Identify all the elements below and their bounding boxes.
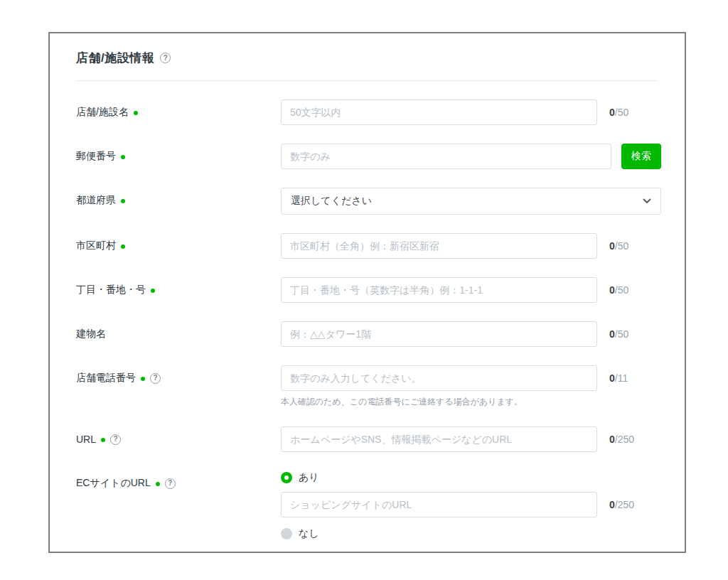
- counter-max: /11: [615, 372, 628, 384]
- label-text: 店舗/施設名: [76, 106, 129, 119]
- field-row-postal-code: 郵便番号 検索: [76, 144, 658, 169]
- required-dot: [151, 289, 155, 293]
- required-dot: [141, 377, 145, 381]
- ec-url-radio-yes[interactable]: あり: [281, 471, 661, 485]
- counter-max: /50: [615, 107, 628, 118]
- label-text: 建物名: [76, 328, 106, 340]
- counter-current: 0: [609, 499, 615, 510]
- char-counter: 0/50: [609, 240, 628, 252]
- field-row-building: 建物名 0/50: [76, 321, 658, 347]
- city-input[interactable]: [281, 233, 597, 259]
- label-text: 郵便番号: [76, 150, 116, 163]
- radio-label-no[interactable]: なし: [299, 527, 319, 540]
- radio-unselected-icon[interactable]: [281, 528, 292, 539]
- counter-current: 0: [609, 284, 615, 296]
- counter-max: /50: [615, 284, 628, 296]
- field-row-prefecture: 都道府県 選択してください: [76, 188, 658, 215]
- counter-max: /50: [615, 328, 628, 340]
- required-dot: [121, 155, 125, 159]
- counter-current: 0: [609, 240, 615, 252]
- store-name-input[interactable]: [281, 100, 597, 125]
- field-row-street: 丁目・番地・号 0/50: [76, 277, 658, 303]
- street-input[interactable]: [281, 277, 597, 303]
- char-counter: 0/50: [609, 107, 628, 118]
- radio-selected-icon[interactable]: [281, 472, 292, 483]
- label-text: 店舗電話番号: [76, 372, 136, 385]
- store-info-panel: 店舗/施設情報 ? 店舗/施設名 0/50 郵便番号 検索: [48, 32, 686, 553]
- label-text: 市区町村: [76, 240, 116, 252]
- radio-label-yes[interactable]: あり: [299, 471, 319, 484]
- prefecture-selected-value: 選択してください: [291, 195, 372, 208]
- url-input[interactable]: [281, 426, 597, 452]
- help-icon[interactable]: ?: [165, 478, 176, 489]
- required-dot: [121, 245, 125, 249]
- ec-url-input[interactable]: [281, 492, 597, 517]
- counter-current: 0: [609, 328, 615, 340]
- counter-max: /250: [615, 499, 634, 510]
- required-dot: [121, 199, 125, 203]
- postal-code-input[interactable]: [281, 144, 611, 169]
- field-label-store-name: 店舗/施設名: [76, 100, 281, 125]
- phone-input[interactable]: [281, 365, 597, 391]
- field-label-url: URL ?: [76, 426, 281, 452]
- label-text: 都道府県: [76, 194, 116, 207]
- field-label-postal-code: 郵便番号: [76, 144, 281, 169]
- field-row-url: URL ? 0/250: [76, 426, 658, 452]
- field-label-city: 市区町村: [76, 233, 281, 259]
- building-input[interactable]: [281, 321, 597, 347]
- label-text: ECサイトのURL: [76, 477, 151, 490]
- field-label-building: 建物名: [76, 321, 281, 347]
- panel-header: 店舗/施設情報 ?: [76, 50, 658, 81]
- prefecture-select[interactable]: 選択してください: [281, 188, 661, 215]
- char-counter: 0/250: [609, 434, 634, 445]
- field-row-city: 市区町村 0/50: [76, 233, 658, 259]
- required-dot: [134, 111, 138, 115]
- counter-current: 0: [609, 372, 615, 384]
- required-dot: [156, 482, 160, 486]
- char-counter: 0/250: [609, 499, 634, 510]
- field-row-store-name: 店舗/施設名 0/50: [76, 100, 658, 125]
- postal-search-button[interactable]: 検索: [621, 144, 661, 169]
- chevron-down-icon: [643, 198, 651, 204]
- char-counter: 0/50: [609, 328, 628, 340]
- page-title: 店舗/施設情報: [76, 50, 154, 66]
- field-row-phone: 店舗電話番号 ? 0/11 本人確認のため、この電話番号にご連絡する場合がありま…: [76, 365, 658, 408]
- label-text: URL: [76, 434, 96, 445]
- counter-current: 0: [609, 107, 615, 118]
- phone-note: 本人確認のため、この電話番号にご連絡する場合があります。: [281, 396, 661, 408]
- required-dot: [101, 438, 105, 442]
- field-label-phone: 店舗電話番号 ?: [76, 365, 281, 391]
- counter-current: 0: [609, 434, 615, 445]
- field-row-ec-url: ECサイトのURL ? あり 0/250 なし: [76, 471, 658, 541]
- counter-max: /50: [615, 240, 628, 252]
- help-icon[interactable]: ?: [110, 434, 121, 445]
- field-label-prefecture: 都道府県: [76, 188, 281, 213]
- char-counter: 0/50: [609, 284, 628, 296]
- char-counter: 0/11: [609, 372, 628, 384]
- field-label-ec-url: ECサイトのURL ?: [76, 471, 281, 496]
- ec-url-radio-no[interactable]: なし: [281, 527, 661, 541]
- help-icon[interactable]: ?: [150, 373, 161, 384]
- field-label-street: 丁目・番地・号: [76, 277, 281, 303]
- help-icon[interactable]: ?: [160, 53, 171, 63]
- counter-max: /250: [615, 434, 634, 445]
- label-text: 丁目・番地・号: [76, 284, 146, 296]
